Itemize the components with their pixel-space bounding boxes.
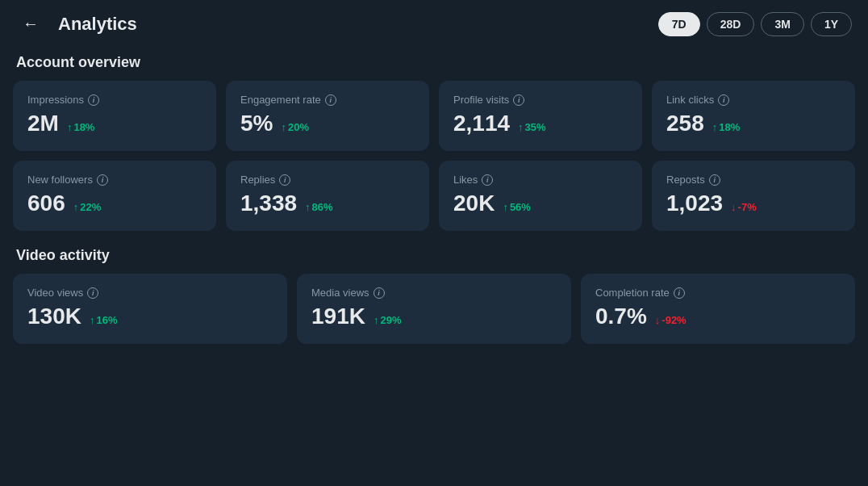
card-completion-rate: Completion rate i 0.7% -92% — [581, 274, 855, 344]
back-button[interactable]: ← — [16, 11, 45, 36]
new-followers-change: 22% — [73, 201, 102, 213]
engagement-rate-change: 20% — [281, 121, 309, 133]
card-replies: Replies i 1,338 86% — [226, 161, 429, 231]
replies-change: 86% — [305, 201, 333, 213]
likes-info-icon[interactable]: i — [482, 174, 493, 186]
new-followers-label: New followers — [27, 174, 93, 186]
impressions-change: 18% — [67, 121, 95, 133]
time-filter-group: 7D 28D 3M 1Y — [658, 12, 852, 36]
link-clicks-change: 18% — [712, 121, 741, 133]
card-impressions: Impressions i 2M 18% — [13, 81, 216, 151]
engagement-rate-info-icon[interactable]: i — [325, 94, 336, 106]
profile-visits-label: Profile visits — [453, 94, 509, 106]
account-overview-title: Account overview — [0, 48, 868, 81]
card-media-views: Media views i 191K 29% — [297, 274, 571, 344]
media-views-up-arrow — [373, 314, 379, 326]
reposts-info-icon[interactable]: i — [709, 174, 720, 186]
engagement-up-arrow — [281, 121, 286, 133]
card-new-followers: New followers i 606 22% — [13, 161, 216, 231]
video-views-info-icon[interactable]: i — [87, 287, 98, 299]
new-followers-info-icon[interactable]: i — [97, 174, 108, 186]
replies-value: 1,338 — [240, 191, 297, 216]
video-activity-section: Video activity Video views i 130K 16% M — [0, 241, 868, 344]
card-link-clicks: Link clicks i 258 18% — [652, 81, 855, 151]
link-clicks-up-arrow — [712, 121, 718, 133]
completion-rate-change: -92% — [655, 314, 686, 326]
time-filter-7d[interactable]: 7D — [658, 12, 700, 36]
account-overview-section: Account overview Impressions i 2M 18% — [0, 48, 868, 231]
media-views-change: 29% — [373, 314, 402, 326]
video-views-label: Video views — [27, 287, 83, 299]
likes-value: 20K — [453, 191, 495, 216]
media-views-label: Media views — [311, 287, 369, 299]
new-followers-up-arrow — [73, 201, 79, 213]
likes-up-arrow — [503, 201, 508, 213]
media-views-value: 191K — [311, 304, 365, 329]
profile-visits-change: 35% — [518, 121, 546, 133]
header: ← Analytics 7D 28D 3M 1Y — [0, 0, 868, 48]
page-title: Analytics — [58, 14, 645, 35]
video-activity-row: Video views i 130K 16% Media views i — [0, 274, 868, 344]
likes-label: Likes — [453, 174, 478, 186]
card-likes: Likes i 20K 56% — [439, 161, 642, 231]
engagement-rate-value: 5% — [240, 111, 273, 136]
account-overview-row2: New followers i 606 22% Replies i — [0, 161, 868, 231]
profile-visits-up-arrow — [518, 121, 524, 133]
replies-up-arrow — [305, 201, 311, 213]
card-video-views: Video views i 130K 16% — [13, 274, 287, 344]
impressions-value: 2M — [27, 111, 59, 136]
link-clicks-label: Link clicks — [666, 94, 714, 106]
time-filter-28d[interactable]: 28D — [707, 12, 755, 36]
video-activity-title: Video activity — [0, 241, 868, 274]
replies-label: Replies — [240, 174, 275, 186]
reposts-change: -7% — [731, 201, 757, 213]
card-profile-visits: Profile visits i 2,114 35% — [439, 81, 642, 151]
reposts-down-arrow — [731, 201, 737, 213]
video-views-value: 130K — [27, 304, 81, 329]
link-clicks-info-icon[interactable]: i — [718, 94, 729, 106]
completion-rate-info-icon[interactable]: i — [674, 287, 685, 299]
video-views-up-arrow — [90, 314, 95, 326]
profile-visits-value: 2,114 — [453, 111, 510, 136]
new-followers-value: 606 — [27, 191, 65, 216]
completion-rate-value: 0.7% — [595, 304, 647, 329]
back-icon: ← — [23, 15, 39, 33]
completion-rate-down-arrow — [655, 314, 661, 326]
impressions-label: Impressions — [27, 94, 84, 106]
card-engagement-rate: Engagement rate i 5% 20% — [226, 81, 429, 151]
account-overview-row1: Impressions i 2M 18% Engagement rate i — [0, 81, 868, 151]
reposts-label: Reposts — [666, 174, 705, 186]
impressions-up-arrow — [67, 121, 73, 133]
media-views-info-icon[interactable]: i — [373, 287, 385, 299]
link-clicks-value: 258 — [666, 111, 704, 136]
time-filter-1y[interactable]: 1Y — [811, 12, 852, 36]
impressions-info-icon[interactable]: i — [88, 94, 99, 106]
engagement-rate-label: Engagement rate — [240, 94, 321, 106]
app-container: ← Analytics 7D 28D 3M 1Y Account overvie… — [0, 0, 868, 344]
replies-info-icon[interactable]: i — [279, 174, 290, 186]
completion-rate-label: Completion rate — [595, 287, 670, 299]
profile-visits-info-icon[interactable]: i — [513, 94, 524, 106]
reposts-value: 1,023 — [666, 191, 723, 216]
likes-change: 56% — [503, 201, 531, 213]
time-filter-3m[interactable]: 3M — [761, 12, 803, 36]
video-views-change: 16% — [90, 314, 118, 326]
card-reposts: Reposts i 1,023 -7% — [652, 161, 855, 231]
